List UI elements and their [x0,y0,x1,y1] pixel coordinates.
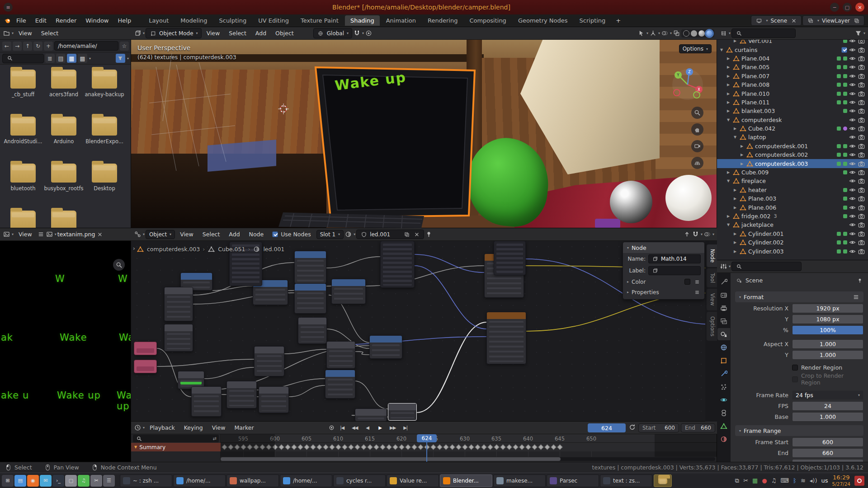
launcher-browser-icon[interactable]: ◉ [27,475,39,487]
expand-arrow[interactable]: ▶ [732,188,738,192]
pin-icon[interactable] [856,277,863,284]
pin-icon[interactable] [425,230,433,238]
camera-icon[interactable] [858,55,865,62]
outliner-row-heater[interactable]: ▶heater [717,186,868,194]
expand-arrow[interactable]: ▶ [732,40,738,43]
menubar-menu-edit[interactable]: Edit [31,16,51,25]
summary-keyframe[interactable] [310,444,316,450]
back-button[interactable]: ← [2,42,11,51]
summary-keyframe[interactable] [373,444,379,450]
viewport-canvas[interactable]: Wake up User Perspective [131,40,717,228]
minimize-button[interactable]: − [830,3,839,12]
filebrowser-menu-view[interactable]: View [14,28,36,38]
outliner-row-plane-006[interactable]: ▶Plane.006 [717,203,868,211]
eye-icon[interactable] [849,230,856,238]
object-name[interactable]: Plane.005 [741,64,769,70]
outliner-row-laptop[interactable]: ▼laptop [717,133,868,141]
image-unlink-icon[interactable] [96,230,104,238]
outliner-row-plane-004[interactable]: ▶Plane.004 [717,54,868,63]
workspace-tab-compositing[interactable]: Compositing [464,15,512,26]
object-name[interactable]: computerdesk [741,117,782,123]
object-name[interactable]: fridge.002 [741,213,770,220]
outliner-row-vert-001[interactable]: ▶Vert.001 [717,40,868,45]
view-large-button[interactable]: ▩ [78,54,87,63]
new-viewlayer-icon[interactable] [853,17,860,24]
camera-icon[interactable] [858,195,865,202]
image-view-menu[interactable]: View [14,230,36,239]
eye-icon[interactable] [849,204,856,211]
timeline-menu-view[interactable]: View [208,423,230,432]
outliner-row-computerdesk-002[interactable]: ▶computerdesk.002 [717,150,868,159]
prop-value-field[interactable]: 1920 px [792,304,863,313]
playhead-line[interactable] [426,441,427,462]
prop-value-field[interactable]: 1080 px [792,314,863,324]
summary-keyframe[interactable] [323,444,329,450]
summary-keyframe[interactable] [475,444,481,450]
summary-keyframe[interactable] [506,444,512,450]
editor-type-properties-icon[interactable] [720,263,727,270]
checkbox[interactable] [792,365,798,371]
view-thumbnails-button[interactable]: ▦ [67,54,76,63]
node-header[interactable] [165,287,193,294]
summary-keyframes-band[interactable] [221,443,717,451]
summary-keyframe[interactable] [278,444,284,450]
folder-item[interactable]: _cb_stuff [3,67,43,114]
shader-node[interactable] [254,346,284,376]
summary-keyframe[interactable] [456,444,462,450]
image-texture-node[interactable] [486,312,526,364]
summary-keyframe[interactable] [405,444,411,450]
expand-arrow[interactable]: ▶ [726,109,731,113]
shader-menu-add[interactable]: Add [225,230,244,239]
input-node[interactable] [134,342,157,355]
node-overlays-icon[interactable] [703,230,711,238]
outliner-row-plane-010[interactable]: ▶Plane.010 [717,89,868,98]
task-button-value-re-[interactable]: Value re... [387,474,439,487]
node-header[interactable] [295,251,326,258]
view-details-button[interactable]: ▤ [56,54,66,63]
selected-node[interactable] [388,403,417,421]
object-name[interactable]: Cube.009 [741,169,769,176]
expand-arrow[interactable]: ▶ [739,162,745,166]
outliner-row-computerdesk-001[interactable]: ▶computerdesk.001 [717,142,868,150]
properties-tab-tool[interactable] [717,276,730,288]
summary-keyframe[interactable] [348,444,354,450]
launcher-capture-icon[interactable]: ✂ [90,475,102,487]
prop-value-field[interactable]: 24 fps▾ [792,390,863,400]
shader-node[interactable] [164,324,193,352]
outliner-row-cylinder-003[interactable]: ▶Cylinder.003 [717,247,868,255]
object-name[interactable]: Vert.001 [748,40,772,44]
jump-to-start-button[interactable]: |◀ [336,423,348,432]
unlink-material-icon[interactable] [413,230,420,238]
properties-tab-scene[interactable] [717,328,730,340]
properties-tab-constraints[interactable] [717,407,730,419]
node-name-field[interactable]: Math.014 [648,254,701,263]
node-header[interactable] [327,342,355,348]
summary-keyframe[interactable] [361,444,367,450]
power-button[interactable] [854,476,864,486]
viewport-options-button[interactable]: Options▾ [679,44,712,53]
prop-value-field[interactable]: 100% [792,325,863,335]
summary-keyframe[interactable] [519,444,525,450]
summary-keyframe[interactable] [335,444,341,450]
summary-keyframe[interactable] [481,444,487,450]
properties-tab-output[interactable] [717,302,730,314]
prop-value-field[interactable]: 1.000 [792,412,863,422]
object-name[interactable]: Plane.010 [741,90,769,97]
shading-solid-icon[interactable] [691,30,697,37]
gizmos-toggle-icon[interactable] [649,29,657,37]
expand-arrow[interactable]: ▶ [732,127,738,131]
task-button-parsec[interactable]: Parsec [547,474,599,487]
summary-channel-row[interactable]: ▼ Summary [131,443,221,451]
camera-icon[interactable] [858,186,865,194]
properties-menu-icon[interactable] [693,288,701,296]
image-canvas[interactable]: WWakWakeWakeake uWake upWake up [0,241,131,462]
camera-icon[interactable] [858,212,865,220]
expand-arrow[interactable]: ▼ [726,223,731,227]
shader-menu-select[interactable]: Select [198,230,224,239]
node-color-section[interactable]: ▸Color [623,277,704,287]
viewport-menu-add[interactable]: Add [251,28,270,38]
eye-icon[interactable] [849,248,856,255]
node-header[interactable] [181,273,212,280]
object-name[interactable]: Cylinder.001 [748,230,783,237]
properties-tab-world[interactable] [717,341,730,353]
